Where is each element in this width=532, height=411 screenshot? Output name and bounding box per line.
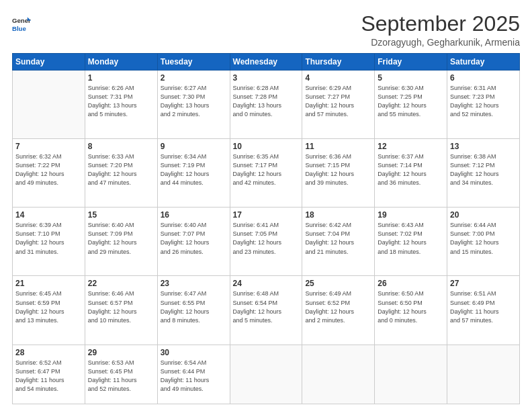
calendar-cell: 29Sunrise: 6:53 AM Sunset: 6:45 PM Dayli… (85, 345, 157, 404)
weekday-header-friday: Friday (375, 54, 447, 71)
weekday-header-thursday: Thursday (302, 54, 375, 71)
calendar-cell (302, 345, 375, 404)
calendar-cell (447, 345, 520, 404)
day-number: 18 (305, 210, 371, 220)
logo-icon: General Blue (12, 15, 31, 34)
weekday-header-sunday: Sunday (13, 54, 85, 71)
day-info: Sunrise: 6:38 AM Sunset: 7:12 PM Dayligh… (450, 152, 517, 187)
day-info: Sunrise: 6:54 AM Sunset: 6:44 PM Dayligh… (161, 359, 227, 394)
day-info: Sunrise: 6:34 AM Sunset: 7:19 PM Dayligh… (161, 152, 227, 187)
day-info: Sunrise: 6:47 AM Sunset: 6:55 PM Dayligh… (161, 289, 227, 324)
week-row-3: 14Sunrise: 6:39 AM Sunset: 7:10 PM Dayli… (13, 208, 520, 276)
day-info: Sunrise: 6:29 AM Sunset: 7:27 PM Dayligh… (305, 84, 371, 119)
calendar-cell: 11Sunrise: 6:36 AM Sunset: 7:15 PM Dayli… (302, 139, 375, 208)
calendar-cell: 21Sunrise: 6:45 AM Sunset: 6:59 PM Dayli… (13, 276, 85, 345)
day-info: Sunrise: 6:44 AM Sunset: 7:00 PM Dayligh… (450, 221, 517, 256)
calendar-cell: 1Sunrise: 6:26 AM Sunset: 7:31 PM Daylig… (85, 71, 157, 139)
calendar-cell: 23Sunrise: 6:47 AM Sunset: 6:55 PM Dayli… (157, 276, 230, 345)
day-number: 12 (378, 142, 444, 151)
week-row-1: 1Sunrise: 6:26 AM Sunset: 7:31 PM Daylig… (13, 71, 520, 139)
day-info: Sunrise: 6:52 AM Sunset: 6:47 PM Dayligh… (15, 359, 82, 394)
day-number: 17 (233, 210, 300, 220)
month-title: September 2025 (361, 12, 520, 36)
weekday-header-wednesday: Wednesday (230, 54, 302, 71)
day-number: 5 (378, 73, 444, 83)
day-number: 19 (378, 210, 444, 220)
calendar-cell: 7Sunrise: 6:32 AM Sunset: 7:22 PM Daylig… (13, 139, 85, 208)
day-number: 3 (233, 73, 300, 83)
calendar-cell: 2Sunrise: 6:27 AM Sunset: 7:30 PM Daylig… (157, 71, 230, 139)
calendar-cell: 6Sunrise: 6:31 AM Sunset: 7:23 PM Daylig… (447, 71, 520, 139)
day-number: 16 (161, 210, 227, 220)
calendar-cell: 8Sunrise: 6:33 AM Sunset: 7:20 PM Daylig… (85, 139, 157, 208)
day-number: 14 (15, 210, 82, 220)
day-info: Sunrise: 6:45 AM Sunset: 6:59 PM Dayligh… (15, 289, 82, 324)
week-row-5: 28Sunrise: 6:52 AM Sunset: 6:47 PM Dayli… (13, 345, 520, 404)
day-info: Sunrise: 6:41 AM Sunset: 7:05 PM Dayligh… (233, 221, 300, 256)
calendar-cell: 14Sunrise: 6:39 AM Sunset: 7:10 PM Dayli… (13, 208, 85, 276)
day-number: 20 (450, 210, 517, 220)
day-number: 23 (161, 279, 227, 288)
day-number: 10 (233, 142, 300, 151)
header: General Blue September 2025 Dzoragyugh, … (12, 12, 520, 48)
calendar-cell: 18Sunrise: 6:42 AM Sunset: 7:04 PM Dayli… (302, 208, 375, 276)
day-info: Sunrise: 6:26 AM Sunset: 7:31 PM Dayligh… (88, 84, 154, 119)
calendar-cell: 26Sunrise: 6:50 AM Sunset: 6:50 PM Dayli… (375, 276, 447, 345)
day-info: Sunrise: 6:39 AM Sunset: 7:10 PM Dayligh… (15, 221, 82, 256)
calendar-cell: 20Sunrise: 6:44 AM Sunset: 7:00 PM Dayli… (447, 208, 520, 276)
calendar-cell: 16Sunrise: 6:40 AM Sunset: 7:07 PM Dayli… (157, 208, 230, 276)
calendar-cell (13, 71, 85, 139)
day-number: 7 (15, 142, 82, 151)
calendar-cell: 25Sunrise: 6:49 AM Sunset: 6:52 PM Dayli… (302, 276, 375, 345)
calendar-cell: 30Sunrise: 6:54 AM Sunset: 6:44 PM Dayli… (157, 345, 230, 404)
day-info: Sunrise: 6:49 AM Sunset: 6:52 PM Dayligh… (305, 289, 371, 324)
day-number: 13 (450, 142, 517, 151)
week-row-4: 21Sunrise: 6:45 AM Sunset: 6:59 PM Dayli… (13, 276, 520, 345)
day-info: Sunrise: 6:43 AM Sunset: 7:02 PM Dayligh… (378, 221, 444, 256)
calendar-cell: 10Sunrise: 6:35 AM Sunset: 7:17 PM Dayli… (230, 139, 302, 208)
day-number: 25 (305, 279, 371, 288)
day-info: Sunrise: 6:31 AM Sunset: 7:23 PM Dayligh… (450, 84, 517, 119)
calendar-cell: 13Sunrise: 6:38 AM Sunset: 7:12 PM Dayli… (447, 139, 520, 208)
svg-text:Blue: Blue (12, 25, 26, 32)
weekday-header-monday: Monday (85, 54, 157, 71)
day-info: Sunrise: 6:40 AM Sunset: 7:09 PM Dayligh… (88, 221, 154, 256)
day-number: 22 (88, 279, 154, 288)
calendar-cell: 5Sunrise: 6:30 AM Sunset: 7:25 PM Daylig… (375, 71, 447, 139)
calendar-cell: 12Sunrise: 6:37 AM Sunset: 7:14 PM Dayli… (375, 139, 447, 208)
day-info: Sunrise: 6:50 AM Sunset: 6:50 PM Dayligh… (378, 289, 444, 324)
calendar-cell (375, 345, 447, 404)
day-info: Sunrise: 6:30 AM Sunset: 7:25 PM Dayligh… (378, 84, 444, 119)
week-row-2: 7Sunrise: 6:32 AM Sunset: 7:22 PM Daylig… (13, 139, 520, 208)
calendar-cell: 17Sunrise: 6:41 AM Sunset: 7:05 PM Dayli… (230, 208, 302, 276)
day-number: 6 (450, 73, 517, 83)
day-info: Sunrise: 6:33 AM Sunset: 7:20 PM Dayligh… (88, 152, 154, 187)
day-number: 24 (233, 279, 300, 288)
weekday-header-row: SundayMondayTuesdayWednesdayThursdayFrid… (13, 54, 520, 71)
calendar-cell (230, 345, 302, 404)
day-number: 27 (450, 279, 517, 288)
page: General Blue September 2025 Dzoragyugh, … (0, 0, 532, 411)
logo: General Blue (12, 15, 31, 34)
calendar-cell: 28Sunrise: 6:52 AM Sunset: 6:47 PM Dayli… (13, 345, 85, 404)
calendar-cell: 9Sunrise: 6:34 AM Sunset: 7:19 PM Daylig… (157, 139, 230, 208)
day-number: 26 (378, 279, 444, 288)
day-info: Sunrise: 6:48 AM Sunset: 6:54 PM Dayligh… (233, 289, 300, 324)
title-block: September 2025 Dzoragyugh, Gegharkunik, … (361, 12, 520, 48)
day-number: 11 (305, 142, 371, 151)
day-number: 4 (305, 73, 371, 83)
calendar-cell: 22Sunrise: 6:46 AM Sunset: 6:57 PM Dayli… (85, 276, 157, 345)
day-info: Sunrise: 6:28 AM Sunset: 7:28 PM Dayligh… (233, 84, 300, 119)
day-info: Sunrise: 6:40 AM Sunset: 7:07 PM Dayligh… (161, 221, 227, 256)
day-info: Sunrise: 6:27 AM Sunset: 7:30 PM Dayligh… (161, 84, 227, 119)
calendar-cell: 4Sunrise: 6:29 AM Sunset: 7:27 PM Daylig… (302, 71, 375, 139)
day-info: Sunrise: 6:46 AM Sunset: 6:57 PM Dayligh… (88, 289, 154, 324)
day-number: 9 (161, 142, 227, 151)
day-number: 28 (15, 348, 82, 357)
day-number: 29 (88, 348, 154, 357)
day-info: Sunrise: 6:36 AM Sunset: 7:15 PM Dayligh… (305, 152, 371, 187)
day-number: 1 (88, 73, 154, 83)
day-number: 2 (161, 73, 227, 83)
day-info: Sunrise: 6:32 AM Sunset: 7:22 PM Dayligh… (15, 152, 82, 187)
calendar-cell: 15Sunrise: 6:40 AM Sunset: 7:09 PM Dayli… (85, 208, 157, 276)
